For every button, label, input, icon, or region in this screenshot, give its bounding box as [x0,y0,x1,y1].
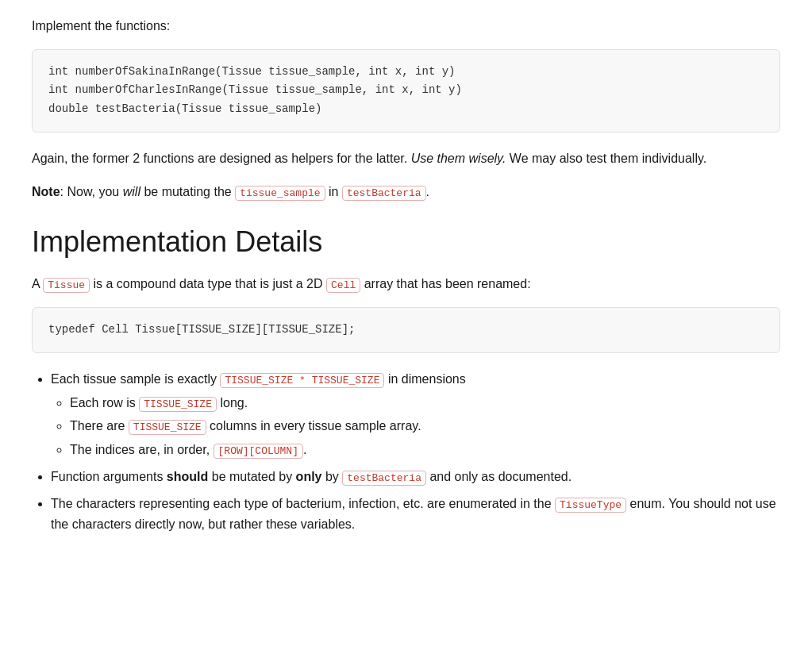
intro-code-block: int numberOfSakinaInRange(Tissue tissue_… [32,49,780,133]
bullet-2-code: testBacteria [342,471,426,486]
note-label: Note [32,185,60,198]
sub-bullet-2: There are TISSUE_SIZE columns in every t… [70,416,780,436]
bullet-2-bold1: should [167,470,208,483]
sub-bullet-2-after: columns in every tissue sample array. [210,419,421,433]
bullet-3: The characters representing each type of… [51,494,780,534]
sub-bullet-3-after: . [303,443,306,456]
sub-bullet-3: The indices are, in order, [ROW][COLUMN]… [70,440,780,460]
sub-bullet-1-before: Each row is [70,396,136,409]
bullet-3-code: TissueType [555,498,626,513]
note-in-text: in [329,185,338,198]
note-will-italic: will [123,185,140,198]
bullet-2-middle1: be mutated by [212,470,292,483]
sub-bullet-1-after: long. [220,396,248,409]
note-colon-text: : Now, you [60,185,120,198]
bullet-1-text-before: Each tissue sample is exactly [51,372,217,386]
description-text-after: We may also test them individually. [510,152,706,165]
compound-code-cell: Cell [326,278,360,293]
sub-bullet-1-code: TISSUE_SIZE [139,397,217,412]
bullet-2-middle2: by [325,470,339,483]
typedef-code-block: typedef Cell Tissue[TISSUE_SIZE][TISSUE_… [32,307,780,353]
compound-code-tissue: Tissue [43,278,90,293]
sub-bullet-3-code: [ROW][COLUMN] [214,444,303,459]
typedef-code-line: typedef Cell Tissue[TISSUE_SIZE][TISSUE_… [48,323,355,336]
bullet-1-text-after: in dimensions [388,372,466,386]
bullet-2-after: and only as documented. [429,470,571,483]
sub-bullet-3-before: The indices are, in order, [70,443,210,456]
note-code-tissue-sample: tissue_sample [235,186,325,201]
note-end-text: . [426,185,429,198]
compound-sentence: A Tissue is a compound data type that is… [32,274,780,294]
description-paragraph: Again, the former 2 functions are design… [32,148,780,169]
sub-bullet-2-code: TISSUE_SIZE [129,420,206,435]
bullet-3-before: The characters representing each type of… [51,497,552,510]
compound-a: A [32,277,40,290]
note-middle-text: be mutating the [144,185,231,198]
description-italic: Use them wisely. [411,152,506,165]
code-line-2: int numberOfCharlesInRange(Tissue tissue… [48,81,764,100]
compound-b: is a compound data type that is just a 2… [94,277,323,290]
note-code-test-bacteria: testBacteria [342,186,426,201]
code-line-1: int numberOfSakinaInRange(Tissue tissue_… [48,63,764,82]
note-paragraph: Note: Now, you will be mutating the tiss… [32,182,780,202]
bullet-1-code: TISSUE_SIZE * TISSUE_SIZE [220,373,384,388]
code-line-3: double testBacteria(Tissue tissue_sample… [48,100,764,119]
sub-bullet-2-before: There are [70,419,125,433]
sub-bullet-1: Each row is TISSUE_SIZE long. [70,393,780,413]
sub-bullets-list: Each row is TISSUE_SIZE long. There are … [70,393,780,460]
bullet-1: Each tissue sample is exactly TISSUE_SIZ… [51,369,780,460]
bullet-2-bold2: only [296,470,322,483]
intro-heading: Implement the functions: [32,16,780,37]
bullet-2: Function arguments should be mutated by … [51,467,780,487]
bullet-2-before: Function arguments [51,470,163,483]
bullets-list: Each tissue sample is exactly TISSUE_SIZ… [51,369,780,534]
description-text-before: Again, the former 2 functions are design… [32,152,407,165]
section-title: Implementation Details [32,224,780,261]
compound-c: array that has been renamed: [364,277,531,290]
